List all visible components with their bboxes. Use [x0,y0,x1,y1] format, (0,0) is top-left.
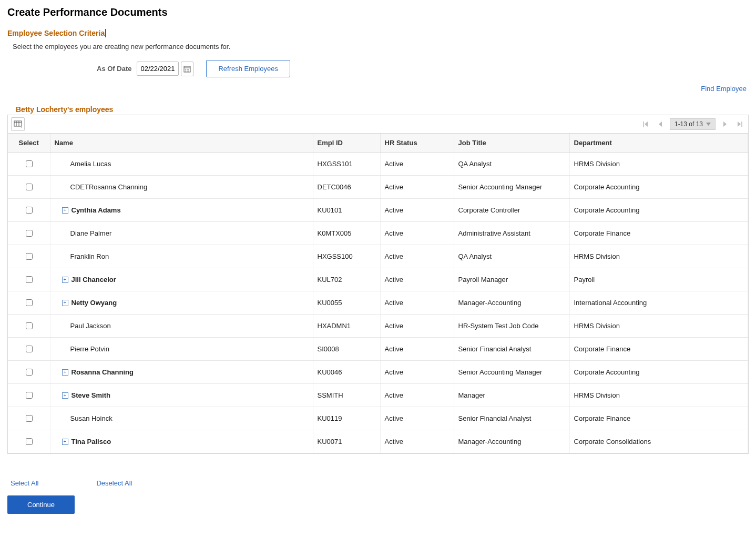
expand-row-icon[interactable]: + [62,439,68,445]
name-cell: CDETRosanna Channing [50,176,313,199]
select-cell [8,268,50,291]
row-select-checkbox[interactable] [26,415,33,422]
name-cell: +Jill Chancelor [50,268,313,291]
select-cell [8,407,50,430]
dept-cell: HRMS Division [569,153,748,176]
dept-cell: HRMS Division [569,245,748,268]
grid-icon [14,120,22,128]
hr-cell: Active [380,291,454,315]
expand-row-icon[interactable]: + [62,392,68,399]
job-cell: QA Analyst [454,153,569,176]
hr-cell: Active [380,153,454,176]
employee-name: Jill Chancelor [71,276,116,283]
page-title: Create Performance Documents [7,6,749,18]
row-select-checkbox[interactable] [26,369,33,376]
col-select[interactable]: Select [8,134,50,153]
svg-marker-14 [645,121,648,127]
row-select-checkbox[interactable] [26,322,33,329]
emplid-cell: HXGSS100 [313,245,380,268]
hr-cell: Active [380,338,454,361]
pager-last-button[interactable] [734,119,745,129]
svg-marker-15 [659,121,662,127]
emplid-cell: KUL702 [313,268,380,291]
svg-point-6 [187,70,188,72]
select-all-link[interactable]: Select All [11,479,38,487]
job-cell: Payroll Manager [454,268,569,291]
dept-cell: Payroll [569,268,748,291]
select-cell [8,291,50,315]
hr-cell: Active [380,384,454,407]
row-select-checkbox[interactable] [26,253,33,260]
dept-cell: Corporate Finance [569,222,748,245]
hr-cell: Active [380,430,454,453]
name-cell: Franklin Ron [50,245,313,268]
select-cell [8,199,50,222]
svg-rect-8 [14,121,22,126]
pager: 1-13 of 13 [640,118,745,130]
col-name[interactable]: Name [50,134,313,153]
job-cell: Administrative Assistant [454,222,569,245]
find-employee-link[interactable]: Find Employee [701,85,747,93]
col-emplid[interactable]: Empl ID [313,134,380,153]
employee-name: Franklin Ron [70,252,109,260]
dept-cell: HRMS Division [569,384,748,407]
row-select-checkbox[interactable] [26,207,33,214]
employee-name: Tina Palisco [71,438,111,445]
col-job[interactable]: Job Title [454,134,569,153]
select-cell [8,153,50,176]
employee-name: Rosanna Channing [71,368,134,376]
hr-cell: Active [380,176,454,199]
pager-next-button[interactable] [720,119,730,129]
table-row: Pierre PotvinSI0008ActiveSenior Financia… [8,338,748,361]
row-select-checkbox[interactable] [26,346,33,352]
row-select-checkbox[interactable] [26,299,33,306]
expand-row-icon[interactable]: + [62,207,68,214]
row-select-checkbox[interactable] [26,276,33,283]
employee-name: Paul Jackson [70,322,111,330]
calendar-button[interactable] [181,62,193,76]
emplid-cell: KU0119 [313,407,380,430]
job-cell: Manager-Accounting [454,430,569,453]
hr-cell: Active [380,245,454,268]
table-row: Susan HoinckKU0119ActiveSenior Financial… [8,407,748,430]
select-cell [8,315,50,338]
expand-row-icon[interactable]: + [62,277,68,283]
hr-cell: Active [380,199,454,222]
emplid-cell: DETC0046 [313,176,380,199]
last-page-icon [737,121,742,127]
grid-menu-button[interactable] [11,117,25,131]
pager-range-text: 1-13 of 13 [675,120,703,128]
table-row: Franklin RonHXGSS100ActiveQA AnalystHRMS… [8,245,748,268]
next-page-icon [723,121,727,127]
name-cell: +Rosanna Channing [50,361,313,384]
table-row: Diane PalmerK0MTX005ActiveAdministrative… [8,222,748,245]
row-select-checkbox[interactable] [26,184,33,190]
asof-row: As Of Date Refresh Employees [97,60,749,77]
job-cell: Corporate Controller [454,199,569,222]
pager-first-button[interactable] [640,119,651,129]
pager-range-button[interactable]: 1-13 of 13 [670,118,716,130]
name-cell: Amelia Lucas [50,153,313,176]
expand-row-icon[interactable]: + [62,300,68,306]
grid-heading: Betty Locherty's employees [16,105,749,114]
refresh-employees-button[interactable]: Refresh Employees [206,60,290,77]
svg-point-4 [189,69,190,70]
job-cell: QA Analyst [454,245,569,268]
asof-date-input[interactable] [137,62,179,76]
deselect-all-link[interactable]: Deselect All [96,479,132,487]
row-select-checkbox[interactable] [26,160,33,167]
expand-row-icon[interactable]: + [62,369,68,376]
emplid-cell: KU0071 [313,430,380,453]
row-select-checkbox[interactable] [26,392,33,399]
continue-button[interactable]: Continue [7,495,75,514]
pager-prev-button[interactable] [655,119,666,129]
emplid-cell: HXADMN1 [313,315,380,338]
row-select-checkbox[interactable] [26,438,33,445]
row-select-checkbox[interactable] [26,230,33,237]
col-hr[interactable]: HR Status [380,134,454,153]
employee-grid: Select Name Empl ID HR Status Job Title … [8,134,748,453]
employee-name: Diane Palmer [70,229,112,237]
calendar-icon [183,65,191,73]
col-dept[interactable]: Department [569,134,748,153]
emplid-cell: SSMITH [313,384,380,407]
